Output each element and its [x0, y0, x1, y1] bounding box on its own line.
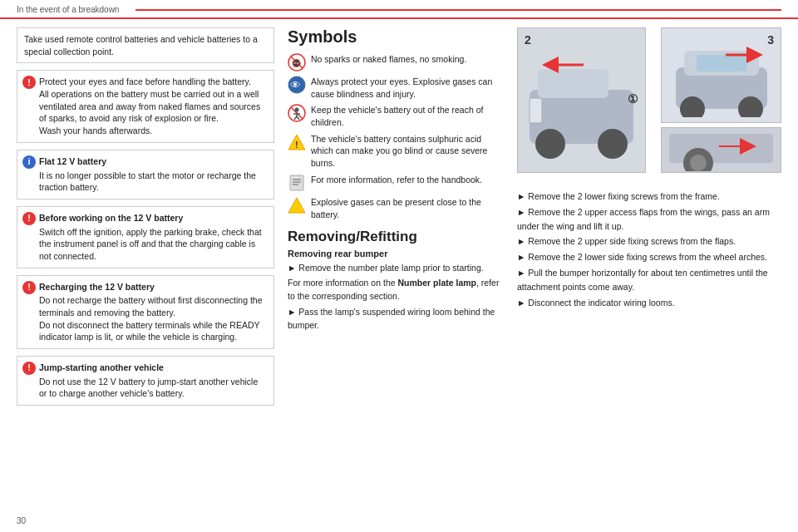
handbook-icon [288, 174, 306, 192]
refitting-section: Removing/Refitting Removing rear bumper … [288, 229, 504, 332]
svg-rect-33 [530, 98, 542, 123]
eye-protection-icon: 👁 [288, 76, 306, 94]
car-image-front: 3 [661, 27, 781, 123]
symbol-text-child: Keep the vehicle's battery out of the re… [311, 104, 504, 128]
page-number: 30 [17, 516, 26, 525]
instruction-6: Disconnect the indicator wiring looms. [517, 296, 781, 310]
symbols-list: 🚭 No sparks or naked flames, no smoking.… [288, 53, 504, 220]
warning-box-1: ! Protect your eyes and face before hand… [17, 70, 274, 142]
warning4-text: Do not use the 12 V battery to jump-star… [39, 377, 258, 399]
symbol-row-eye: 👁 Always protect your eyes. Explosive ga… [288, 76, 504, 100]
header-line [135, 9, 781, 11]
refitting-title: Removing/Refitting [288, 229, 504, 245]
notice-text: Take used remote control batteries and v… [24, 34, 258, 57]
warning-box-2: ! Before working on the 12 V battery Swi… [17, 206, 274, 268]
svg-text:⚡: ⚡ [295, 203, 305, 213]
warning-icon-4: ! [22, 362, 36, 375]
svg-text:🚭: 🚭 [292, 58, 302, 68]
car-image-side: 2 ① [517, 27, 646, 173]
warning-text-1: Protect your eyes and face before handli… [39, 76, 260, 135]
instruction-3: Remove the 2 upper side fixing screws fr… [517, 234, 781, 249]
header-title: In the event of a breakdown [17, 5, 119, 14]
instruction-2: Remove the 2 upper access flaps from the… [517, 205, 781, 234]
svg-point-29 [535, 129, 565, 159]
removing-step-1: Remove the number plate lamp prior to st… [288, 262, 504, 275]
warning2-title: Before working on the 12 V battery [39, 212, 267, 224]
car-images-area: 3 2 ① [517, 27, 781, 181]
symbol-text-acid: The vehicle's battery contains sulphuric… [311, 133, 504, 170]
page-header: In the event of a breakdown [0, 0, 798, 19]
child-icon [288, 104, 306, 122]
warning-icon-3: ! [22, 281, 36, 294]
image-number-1: ① [628, 92, 638, 106]
instruction-4: Remove the 2 lower side fixing screws fr… [517, 250, 781, 264]
warning4-title: Jump-starting another vehicle [39, 362, 267, 374]
warning-box-4: ! Jump-starting another vehicle Do not u… [17, 356, 274, 406]
symbol-row-handbook: For more information, refer to the handb… [288, 174, 504, 192]
removing-step-2: Pass the lamp's suspended wiring loom be… [288, 306, 504, 332]
info-box-flat-battery: i Flat 12 V battery It is no longer poss… [17, 150, 274, 200]
car-wheel-svg [665, 130, 777, 171]
info-box-text: It is no longer possible to start the mo… [39, 170, 256, 193]
symbol-row-child: Keep the vehicle's battery out of the re… [288, 104, 504, 128]
car-image-wheel [661, 127, 781, 173]
car-side-svg [521, 32, 642, 169]
svg-point-36 [690, 155, 707, 171]
symbol-text-eye: Always protect your eyes. Explosive gase… [311, 76, 504, 100]
instruction-5: Pull the bumper horizontally for about t… [517, 266, 781, 294]
warning2-text: Switch off the ignition, apply the parki… [39, 227, 262, 261]
svg-rect-14 [290, 175, 303, 190]
symbol-row-acid: ! The vehicle's battery contains sulphur… [288, 133, 504, 170]
car-front-svg [667, 34, 776, 117]
left-column: Take used remote control batteries and v… [17, 27, 274, 518]
number-plate-info: For more information on the Number plate… [288, 277, 504, 303]
symbol-text-handbook: For more information, refer to the handb… [311, 174, 482, 186]
no-fire-icon: 🚭 [288, 53, 306, 71]
middle-column: Symbols 🚭 No sparks or naked flames, no … [288, 27, 504, 518]
removing-sub-title: Removing rear bumper [288, 249, 504, 259]
svg-point-7 [295, 108, 299, 112]
main-content: Take used remote control batteries and v… [0, 19, 798, 526]
symbol-text-no-fire: No sparks or naked flames, no smoking. [311, 53, 466, 66]
symbol-text-gas: Explosive gases can be present close to … [311, 196, 504, 220]
warning-box-3: ! Recharging the 12 V battery Do not rec… [17, 275, 274, 349]
instruction-1: Remove the 2 lower fixing screws from th… [517, 190, 781, 204]
svg-text:👁: 👁 [290, 79, 301, 91]
info-box-title: Flat 12 V battery [39, 155, 267, 168]
warning3-text: Do not recharge the battery without firs… [39, 295, 262, 342]
warning-icon-1: ! [22, 76, 36, 89]
gas-icon: ⚡ [288, 196, 306, 214]
svg-rect-24 [697, 55, 746, 71]
svg-point-30 [598, 129, 628, 159]
right-column: 3 2 ① [517, 27, 781, 518]
warning-icon-2: ! [22, 212, 36, 225]
notice-box: Take used remote control batteries and v… [17, 27, 274, 63]
right-instructions: Remove the 2 lower fixing screws from th… [517, 190, 781, 309]
acid-icon: ! [288, 133, 306, 151]
info-icon: i [22, 155, 36, 169]
symbol-row-gas: ⚡ Explosive gases can be present close t… [288, 196, 504, 220]
svg-rect-28 [538, 69, 608, 98]
symbol-row-no-fire: 🚭 No sparks or naked flames, no smoking. [288, 53, 504, 71]
symbols-title: Symbols [288, 27, 504, 47]
warning3-title: Recharging the 12 V battery [39, 281, 267, 293]
image-number-3: 3 [767, 33, 774, 47]
svg-text:!: ! [295, 140, 298, 150]
image-number-2: 2 [525, 33, 531, 47]
